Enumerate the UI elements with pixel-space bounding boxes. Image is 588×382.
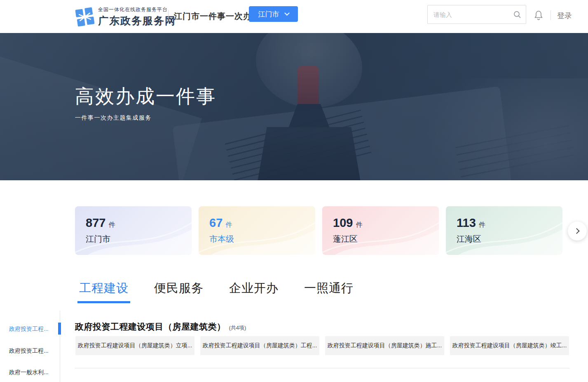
stat-card-shibenji[interactable]: 67 件 市本级: [199, 206, 315, 255]
hero-paper-shape: [172, 86, 511, 180]
hero-document-lines: [455, 125, 575, 179]
stat-count: 877: [86, 216, 105, 230]
login-link[interactable]: 登录: [557, 11, 572, 21]
service-item-shigong[interactable]: 政府投资工程建设项目（房屋建筑类）施工...: [325, 336, 444, 355]
stat-region: 蓬江区: [333, 233, 439, 245]
hero-title: 高效办成一件事: [75, 84, 216, 109]
service-item-jungong[interactable]: 政府投资工程建设项目（房屋建筑类）竣工...: [450, 336, 569, 355]
header: 全国一体化在线政务服务平台 广东政务服务网 江门市一件事一次办 江门市 登录: [0, 0, 588, 33]
stat-card-jianghai[interactable]: 113 件 江海区: [446, 206, 562, 255]
section-title: 政府投资工程建设项目（房屋建筑类）: [75, 321, 226, 332]
tab-qiye-kaiban[interactable]: 企业开办: [229, 280, 279, 303]
wave-decoration: [75, 206, 192, 255]
stat-region: 江门市: [86, 233, 192, 245]
hero-document-lines: [225, 110, 373, 180]
stat-card-pengjiang[interactable]: 109 件 蓬江区: [322, 206, 439, 255]
hero-stamp-handle: [298, 66, 319, 107]
sidebar-item-3[interactable]: 政府一般水利...: [9, 369, 58, 376]
stat-count: 109: [333, 216, 353, 230]
stats-card-row: 877 件 江门市 67 件 市本级 109 件 蓬江区 113: [75, 206, 562, 255]
search-box: [427, 5, 526, 24]
chevron-down-icon: [284, 10, 290, 16]
platform-label: 全国一体化在线政务服务平台: [98, 6, 176, 13]
header-vertical-divider: [551, 10, 551, 20]
stat-region: 江海区: [457, 233, 562, 245]
carousel-next-button[interactable]: [568, 222, 587, 241]
section-bottom-divider: [75, 368, 569, 368]
stat-card-jiangmen[interactable]: 877 件 江门市: [75, 206, 192, 255]
stat-unit: 件: [479, 221, 485, 229]
sidebar-item-2[interactable]: 政府投资工程...: [9, 347, 58, 355]
service-item-row: 政府投资工程建设项目（房屋建筑类）立项... 政府投资工程建设项目（房屋建筑类）…: [75, 336, 569, 355]
search-input[interactable]: [427, 5, 526, 24]
site-name: 广东政务服务网: [98, 14, 176, 28]
stat-unit: 件: [225, 221, 232, 229]
wave-decoration: [199, 206, 315, 255]
city-selector-label: 江门市: [258, 9, 279, 19]
tab-gongcheng-jianshe[interactable]: 工程建设: [79, 280, 129, 303]
section-header: 政府投资工程建设项目（房屋建筑类） (共4项): [75, 321, 246, 332]
hero-fingers-shape: [248, 33, 370, 118]
stat-unit: 件: [356, 221, 362, 229]
category-tabs: 工程建设 便民服务 企业开办 一照通行: [79, 280, 354, 303]
service-item-gongcheng[interactable]: 政府投资工程建设项目（房屋建筑类）工程...: [200, 336, 319, 355]
bell-icon[interactable]: [534, 10, 543, 21]
hero-stamp-base: [256, 127, 362, 180]
tab-yizhao-tongxing[interactable]: 一照通行: [304, 280, 354, 303]
page-title: 江门市一件事一次办: [174, 11, 252, 22]
header-divider: [168, 10, 169, 23]
search-icon[interactable]: [513, 10, 521, 19]
sidebar-item-1[interactable]: 政府投资工程...: [9, 325, 58, 333]
stat-region: 市本级: [209, 233, 315, 245]
chevron-right-icon: [574, 228, 580, 233]
hero-subtitle: 一件事一次办主题集成服务: [75, 114, 152, 122]
logo-icon: [75, 7, 95, 27]
wave-decoration: [322, 206, 439, 255]
section-count-badge: (共4项): [229, 324, 246, 332]
stat-count: 67: [209, 216, 223, 230]
city-selector-dropdown[interactable]: 江门市: [249, 6, 298, 22]
hero-stamp-neck: [288, 104, 330, 128]
hero-banner: 高效办成一件事 一件事一次办主题集成服务: [0, 33, 588, 180]
stat-unit: 件: [108, 221, 115, 229]
logo-text: 全国一体化在线政务服务平台 广东政务服务网: [98, 6, 176, 28]
stat-count: 113: [457, 216, 476, 230]
hero-desk-shape: [0, 46, 202, 180]
service-item-lixiang[interactable]: 政府投资工程建设项目（房屋建筑类）立项...: [75, 336, 194, 355]
sidebar-active-indicator: [58, 323, 61, 335]
hero-hand-shape: [423, 78, 588, 180]
wave-decoration: [446, 206, 562, 255]
tab-bianmin-fuwu[interactable]: 便民服务: [154, 280, 204, 303]
site-logo[interactable]: 全国一体化在线政务服务平台 广东政务服务网: [75, 6, 176, 28]
hero-overlay: [0, 33, 588, 180]
sidebar-divider: [60, 311, 60, 382]
